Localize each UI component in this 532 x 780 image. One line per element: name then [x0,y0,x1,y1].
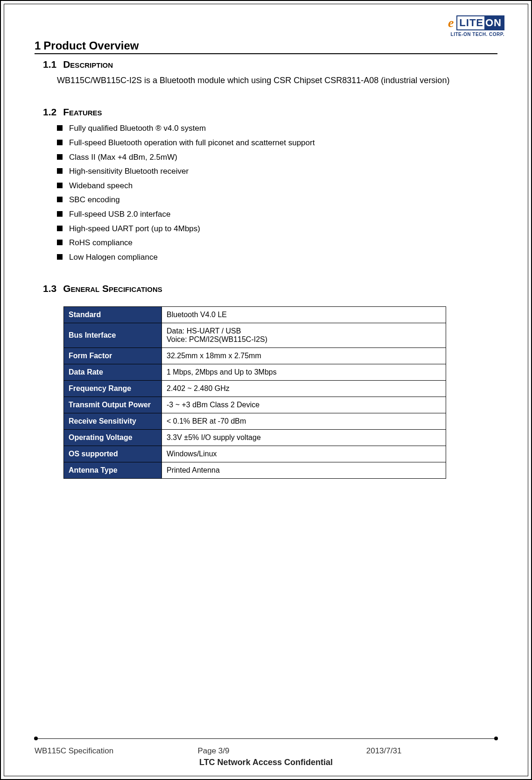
spec-value: Data: HS-UART / USB Voice: PCM/I2S(WB115… [162,323,446,348]
feature-item: Full-speed Bluetooth operation with full… [57,136,497,150]
spec-value: 2.402 ~ 2.480 GHz [162,381,446,397]
spec-block: 1.3General Specifications StandardBlueto… [35,283,497,479]
spec-table: StandardBluetooth V4.0 LEBus InterfaceDa… [63,306,446,479]
feature-item: Full-speed USB 2.0 interface [57,207,497,222]
content-area: 1Product Overview 1.1Description WB115C/… [35,14,497,479]
spec-value: -3 ~ +3 dBm Class 2 Device [162,397,446,413]
section-1-1-num: 1.1 [43,59,56,70]
spec-row: Receive Sensitivity< 0.1% BER at -70 dBm [64,413,446,430]
footer-page: Page 3/9 [179,746,329,756]
feature-item: High-speed UART port (up to 4Mbps) [57,222,497,236]
feature-item: RoHS compliance [57,236,497,250]
logo-text-on: ON [484,16,504,29]
footer-row: WB115C Specification Page 3/9 2013/7/31 [35,746,497,756]
section-1-3-num: 1.3 [43,283,56,294]
spec-key: Standard [64,307,162,323]
spec-key: Antenna Type [64,462,162,479]
section-1-3-title: General Specifications [63,283,162,294]
page-inner-frame: e LITE ON LITE-ON TECH. CORP. 1Product O… [4,4,528,776]
spec-value: Windows/Linux [162,446,446,462]
spec-value: 3.3V ±5% I/O supply voltage [162,430,446,446]
spec-value: Printed Antenna [162,462,446,479]
spec-key: Operating Voltage [64,430,162,446]
section-1-2-title: Features [63,106,102,117]
section-1-3-heading: 1.3General Specifications [43,283,497,294]
section-1-2-num: 1.2 [43,106,56,117]
spec-row: Frequency Range2.402 ~ 2.480 GHz [64,381,446,397]
logo-text-lite: LITE [457,16,484,29]
page-footer: WB115C Specification Page 3/9 2013/7/31 … [35,738,497,767]
spec-row: Bus InterfaceData: HS-UART / USB Voice: … [64,323,446,348]
spec-value: 1 Mbps, 2Mbps and Up to 3Mbps [162,364,446,381]
footer-confidential: LTC Network Access Confidential [35,758,497,767]
page-outer-frame: e LITE ON LITE-ON TECH. CORP. 1Product O… [0,0,532,780]
feature-item: Wideband speech [57,179,497,193]
feature-item: Class II (Max +4 dBm, 2.5mW) [57,150,497,165]
logo-main: LITE ON [456,15,504,30]
section-1-title: Product Overview [43,39,139,52]
company-logo: e LITE ON LITE-ON TECH. CORP. [448,15,504,37]
features-block: 1.2Features Fully qualified Bluetooth ® … [35,106,497,264]
footer-date: 2013/7/31 [329,746,497,756]
feature-item: Low Halogen compliance [57,250,497,265]
spec-value: 32.25mm x 18mm x 2.75mm [162,348,446,364]
spec-key: Form Factor [64,348,162,364]
logo-row: e LITE ON [448,15,504,30]
feature-item: SBC encoding [57,193,497,207]
section-1-1-heading: 1.1Description [43,59,497,70]
spec-row: StandardBluetooth V4.0 LE [64,307,446,323]
spec-key: OS supported [64,446,162,462]
spec-row: Transmit Output Power-3 ~ +3 dBm Class 2… [64,397,446,413]
spec-key: Receive Sensitivity [64,413,162,430]
spec-key: Bus Interface [64,323,162,348]
footer-rule [35,738,497,739]
description-body: WB115C/WB115C-I2S is a Bluetooth module … [57,73,497,88]
features-list: Fully qualified Bluetooth ® v4.0 systemF… [57,121,497,264]
spec-value: Bluetooth V4.0 LE [162,307,446,323]
spec-value: < 0.1% BER at -70 dBm [162,413,446,430]
section-1-heading: 1Product Overview [35,39,497,54]
feature-item: Fully qualified Bluetooth ® v4.0 system [57,121,497,136]
spec-row: OS supportedWindows/Linux [64,446,446,462]
footer-doc: WB115C Specification [35,746,179,756]
logo-subtitle: LITE-ON TECH. CORP. [448,32,504,37]
spec-row: Antenna TypePrinted Antenna [64,462,446,479]
feature-item: High-sensitivity Bluetooth receiver [57,164,497,179]
spec-row: Data Rate1 Mbps, 2Mbps and Up to 3Mbps [64,364,446,381]
spec-key: Data Rate [64,364,162,381]
section-1-num: 1 [35,39,41,52]
spec-row: Operating Voltage3.3V ±5% I/O supply vol… [64,430,446,446]
logo-e-icon: e [448,15,454,30]
spec-row: Form Factor32.25mm x 18mm x 2.75mm [64,348,446,364]
section-1-2-heading: 1.2Features [43,106,497,118]
section-1-1-title: Description [63,59,113,70]
spec-key: Frequency Range [64,381,162,397]
spec-key: Transmit Output Power [64,397,162,413]
